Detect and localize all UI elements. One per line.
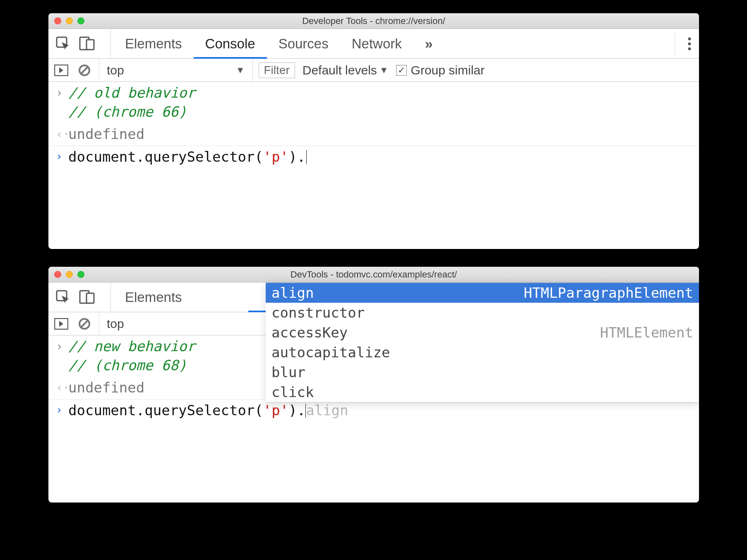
inspect-element-icon[interactable] bbox=[56, 290, 71, 305]
context-selector[interactable]: top bbox=[99, 312, 132, 335]
comment-line: // (chrome 66) bbox=[68, 103, 692, 122]
ac-label: accessKey bbox=[271, 324, 348, 341]
levels-label: Default levels bbox=[303, 63, 377, 77]
devtools-window-old: Developer Tools - chrome://version/ Elem… bbox=[48, 13, 699, 249]
console-exec-icon[interactable] bbox=[54, 318, 68, 330]
prompt-chevron-icon: › bbox=[56, 148, 68, 163]
titlebar: Developer Tools - chrome://version/ bbox=[48, 13, 699, 29]
console-input-row[interactable]: › document.querySelector('p'). bbox=[48, 146, 699, 168]
autocomplete-item[interactable]: click bbox=[266, 382, 699, 402]
devtools-tabs: Elements Console Sources Network » bbox=[48, 29, 699, 59]
devtools-window-new: DevTools - todomvc.com/examples/react/ E… bbox=[48, 267, 699, 503]
svg-rect-11 bbox=[86, 293, 94, 303]
console-subbar: top ▼ Filter Default levels ▼ ✓ Group si… bbox=[48, 59, 699, 82]
chevron-down-icon: ▼ bbox=[380, 65, 389, 76]
tab-elements[interactable]: Elements bbox=[113, 282, 194, 312]
comment-line: // old behavior bbox=[68, 84, 692, 103]
titlebar: DevTools - todomvc.com/examples/react/ bbox=[48, 267, 699, 282]
code-text: document.querySelector( bbox=[68, 148, 263, 165]
tab-label: Elements bbox=[125, 290, 182, 305]
autocomplete-item[interactable]: constructor bbox=[266, 303, 699, 323]
svg-line-8 bbox=[81, 67, 88, 74]
code-string: 'p' bbox=[263, 402, 288, 419]
tab-console[interactable]: Console bbox=[194, 29, 267, 58]
tab-label: Network bbox=[352, 36, 402, 52]
svg-point-4 bbox=[688, 42, 691, 45]
context-selector[interactable]: top ▼ bbox=[99, 59, 253, 81]
tab-label: Console bbox=[205, 36, 255, 52]
chevron-down-icon: ▼ bbox=[236, 65, 245, 76]
ac-type: HTMLParagraphElement bbox=[524, 285, 693, 301]
autocomplete-item[interactable]: blur bbox=[266, 362, 699, 382]
autocomplete-item[interactable]: autocapitalize bbox=[266, 342, 699, 362]
code-text: document.querySelector( bbox=[68, 402, 263, 419]
group-similar-toggle[interactable]: ✓ Group similar bbox=[396, 63, 485, 77]
group-label: Group similar bbox=[411, 63, 485, 77]
console-input[interactable]: document.querySelector('p').align bbox=[68, 401, 692, 420]
code-string: 'p' bbox=[263, 148, 288, 165]
console-input-row[interactable]: › document.querySelector('p').align bbox=[48, 400, 699, 422]
ac-label: align bbox=[271, 285, 314, 301]
separator bbox=[675, 32, 675, 55]
console-exec-icon[interactable] bbox=[54, 65, 68, 76]
context-label: top bbox=[107, 63, 124, 77]
prompt-chevron-icon: › bbox=[56, 401, 68, 416]
ac-label: autocapitalize bbox=[271, 344, 390, 361]
tab-sources[interactable]: Sources bbox=[267, 29, 340, 58]
svg-rect-2 bbox=[86, 40, 94, 50]
inspect-element-icon[interactable] bbox=[56, 36, 71, 51]
autocomplete-item[interactable]: align HTMLParagraphElement bbox=[266, 283, 699, 303]
svg-line-14 bbox=[81, 321, 88, 327]
ghost-completion: align bbox=[306, 402, 348, 419]
ac-label: blur bbox=[271, 364, 305, 381]
output-chevron-icon: ‹· bbox=[56, 378, 68, 395]
ac-label: constructor bbox=[271, 304, 365, 321]
kebab-menu-icon[interactable] bbox=[687, 36, 692, 51]
tab-network[interactable]: Network bbox=[340, 29, 413, 58]
tool-icons bbox=[56, 29, 111, 58]
device-toolbar-icon[interactable] bbox=[79, 290, 96, 305]
input-chevron-icon: › bbox=[56, 84, 68, 100]
result-value: undefined bbox=[68, 125, 692, 144]
ac-type: HTMLElement bbox=[600, 324, 693, 341]
context-label: top bbox=[107, 317, 124, 331]
window-title: DevTools - todomvc.com/examples/react/ bbox=[48, 269, 699, 280]
text-cursor bbox=[305, 404, 306, 418]
filter-placeholder: Filter bbox=[264, 64, 290, 77]
clear-console-icon[interactable] bbox=[78, 64, 91, 77]
console-body: › // old behavior // (chrome 66) ‹· unde… bbox=[48, 82, 699, 168]
output-chevron-icon: ‹· bbox=[56, 125, 68, 141]
console-log-row: › // old behavior // (chrome 66) bbox=[48, 82, 699, 123]
log-levels-selector[interactable]: Default levels ▼ bbox=[303, 63, 389, 77]
text-cursor bbox=[306, 150, 307, 164]
device-toolbar-icon[interactable] bbox=[79, 36, 96, 51]
ac-label: click bbox=[271, 384, 314, 400]
tabs-right bbox=[665, 32, 692, 55]
checkbox-icon[interactable]: ✓ bbox=[396, 65, 407, 76]
filter-input[interactable]: Filter bbox=[259, 62, 295, 78]
svg-point-3 bbox=[688, 37, 691, 40]
more-tabs-chevron-icon[interactable]: » bbox=[425, 36, 433, 52]
console-result-row: ‹· undefined bbox=[48, 123, 699, 146]
console-input[interactable]: document.querySelector('p'). bbox=[68, 148, 692, 167]
code-text: ). bbox=[288, 148, 305, 165]
clear-console-icon[interactable] bbox=[78, 318, 91, 330]
code-text: ). bbox=[288, 402, 305, 419]
tab-elements[interactable]: Elements bbox=[113, 29, 194, 58]
tab-list: Elements Console Sources Network » bbox=[113, 29, 665, 58]
active-tab-underline bbox=[248, 311, 266, 312]
tool-icons bbox=[56, 282, 111, 312]
window-title: Developer Tools - chrome://version/ bbox=[48, 16, 699, 26]
svg-point-5 bbox=[688, 47, 691, 50]
input-chevron-icon: › bbox=[56, 337, 68, 353]
autocomplete-popup: align HTMLParagraphElement constructor a… bbox=[266, 282, 699, 402]
autocomplete-item[interactable]: accessKey HTMLElement bbox=[266, 323, 699, 342]
tab-label: Elements bbox=[125, 36, 182, 52]
tab-label: Sources bbox=[279, 36, 329, 52]
